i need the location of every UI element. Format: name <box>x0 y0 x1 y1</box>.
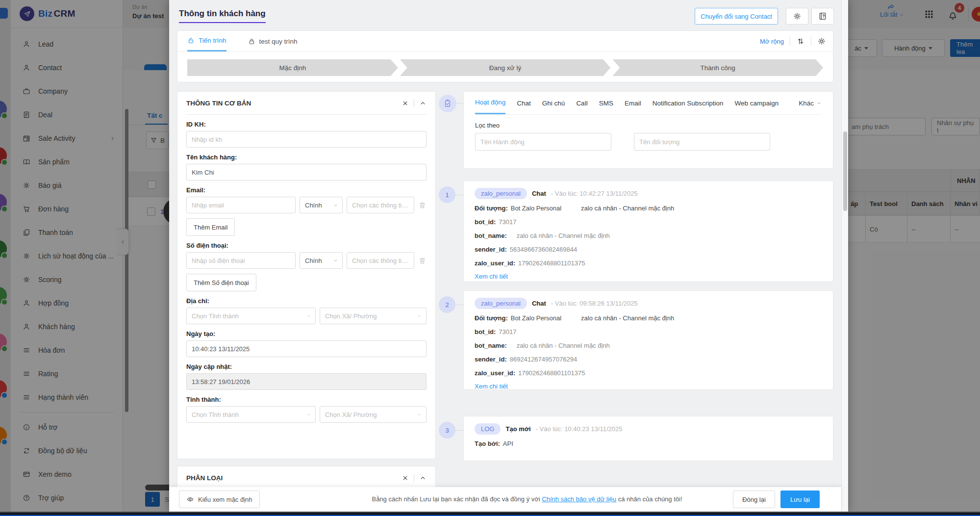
activity-tabs: Hoạt độngChatGhi chúCallSMSEmailNotifica… <box>475 92 822 115</box>
filter-input[interactable] <box>475 133 611 151</box>
timeline-type: Chat <box>532 300 546 307</box>
add-phone-button[interactable]: Thêm Số điện thoại <box>186 274 256 291</box>
classification-title: PHÂN LOẠI <box>186 474 402 482</box>
tab-test-quy-trinh[interactable]: test quy trình <box>248 31 298 52</box>
timeline-number: 1 <box>439 186 455 203</box>
convert-to-contact-button[interactable]: Chuyển đổi sang Contact <box>695 8 778 25</box>
field-label: bot_name: <box>475 342 507 349</box>
timeline-connector <box>455 430 463 431</box>
field-label: sender_id: <box>475 356 507 363</box>
expand-link[interactable]: Mở rộng <box>760 38 784 45</box>
tab-tien-trinh[interactable]: Tiến trình <box>187 31 226 52</box>
email-type-select[interactable]: Chính <box>300 197 343 213</box>
timeline-badge: LOG <box>475 423 501 435</box>
filter-input[interactable] <box>634 133 770 151</box>
clipboard-icon <box>443 99 452 108</box>
created-label: Ngày tạo: <box>186 330 427 337</box>
process-stage[interactable]: Mặc định <box>187 59 398 76</box>
field-value: 1790262468801101375 <box>518 259 585 267</box>
timeline-type: Tạo mới <box>505 425 530 433</box>
activity-tab-ghi-ch-[interactable]: Ghi chú <box>542 92 565 114</box>
activity-card: Hoạt độngChatGhi chúCallSMSEmailNotifica… <box>463 91 833 169</box>
modal-scrollbar[interactable] <box>841 0 848 512</box>
caret-down-icon <box>417 412 422 417</box>
email-input[interactable] <box>186 197 296 213</box>
swap-stages-icon[interactable] <box>796 37 805 46</box>
process-stage[interactable]: Thành công <box>612 59 823 76</box>
collapse-section-icon[interactable] <box>419 474 427 482</box>
activity-tab-web-campaign[interactable]: Web campaign <box>735 92 779 114</box>
created-input[interactable] <box>186 340 427 357</box>
activity-tab-notification-subscription[interactable]: Notification Subscription <box>653 92 724 114</box>
name-input[interactable] <box>186 164 427 181</box>
collapse-section-icon[interactable] <box>419 100 427 107</box>
activity-tab-chat[interactable]: Chat <box>517 92 531 114</box>
timeline-number: 2 <box>439 296 455 313</box>
phone-type-select[interactable]: Chính <box>300 252 343 269</box>
trash-icon[interactable] <box>418 257 427 265</box>
gear-icon[interactable] <box>817 37 826 46</box>
timeline-field: bot_id:73017 <box>475 217 822 227</box>
activity-tab-email[interactable]: Email <box>625 92 641 114</box>
timeline-type: Chat <box>532 190 546 197</box>
process-tabs: Tiến trình test quy trình Mở rộng <box>177 31 833 52</box>
field-value: 8692412674957076294 <box>510 356 577 363</box>
add-email-button[interactable]: Thêm Email <box>186 218 235 236</box>
view-mode-label: Kiểu xem mặc định <box>198 496 252 503</box>
scrollbar-thumb[interactable] <box>843 131 847 211</box>
guide-button[interactable] <box>811 8 834 25</box>
activity-tab-more[interactable]: Khác <box>799 100 822 107</box>
close-button[interactable]: Đóng lại <box>733 490 775 508</box>
divider <box>414 474 414 482</box>
email-label: Email: <box>186 186 427 194</box>
province-select[interactable]: Chọn Tỉnh thành <box>186 406 316 423</box>
trash-icon[interactable] <box>418 201 427 209</box>
view-mode-button[interactable]: Kiểu xem mặc định <box>179 490 260 508</box>
lock-icon <box>248 38 255 45</box>
process-card: Tiến trình test quy trình Mở rộng Mặc đị… <box>177 30 833 82</box>
close-section-icon[interactable] <box>402 474 409 482</box>
view-detail-link[interactable]: Xem chi tiết <box>475 383 508 390</box>
updated-label: Ngày cập nhật: <box>186 363 427 370</box>
activity-tab-ho-t-ng[interactable]: Hoạt động <box>475 92 505 114</box>
address-ward-select[interactable]: Chọn Xã/ Phường <box>320 308 427 324</box>
email-info-select[interactable]: Chọn các thông tin... <box>347 197 414 213</box>
timeline-item: zalo_personalChat- Vào lúc: 10:42:27 13/… <box>463 181 833 282</box>
close-section-icon[interactable] <box>402 100 409 107</box>
activity-clipboard-icon <box>439 95 456 112</box>
timeline-connector <box>456 103 463 103</box>
settings-button[interactable] <box>786 8 808 25</box>
window-bottom-edge <box>0 512 980 516</box>
save-button[interactable]: Lưu lại <box>780 490 820 508</box>
timeline-number: 3 <box>439 422 455 439</box>
phone-input[interactable] <box>186 252 296 269</box>
field-value: 73017 <box>499 328 516 335</box>
consent-suffix: cá nhân của chúng tôi! <box>616 495 682 503</box>
phone-info-select[interactable]: Chọn các thông tin... <box>347 252 414 269</box>
ward-placeholder: Chọn Xã/ Phường <box>325 312 377 320</box>
process-stage[interactable]: Đang xử lý <box>400 59 611 76</box>
updated-input[interactable] <box>186 373 427 390</box>
view-detail-link[interactable]: Xem chi tiết <box>475 273 508 280</box>
caret-down-icon <box>306 412 311 417</box>
privacy-policy-link[interactable]: Chính sách bảo vệ dữ liệu <box>542 495 616 503</box>
consent-text: Bằng cách nhấn Lưu lại bạn xác nhận đã đ… <box>346 495 708 503</box>
email-info-placeholder: Chọn các thông tin... <box>352 202 410 209</box>
tab-label: test quy trình <box>259 38 298 45</box>
timeline-connector <box>455 195 463 195</box>
address-province-select[interactable]: Chọn Tỉnh thành <box>186 308 316 324</box>
phone-info-placeholder: Chọn các thông tin... <box>352 257 410 264</box>
field-value: zalo cá nhân - Channel mặc định <box>517 342 610 349</box>
book-question-icon <box>818 12 827 21</box>
field-extra: zalo cá nhân - Channel mặc định <box>581 205 674 212</box>
name-label: Tên khách hàng: <box>186 154 427 161</box>
field-label: bot_name: <box>475 232 507 239</box>
activity-tab-sms[interactable]: SMS <box>599 92 613 114</box>
id-input[interactable] <box>186 131 427 148</box>
timeline-badge: zalo_personal <box>475 298 527 309</box>
modal-title: Thông tin khách hàng <box>179 9 266 23</box>
phone-type-value: Chính <box>305 257 322 264</box>
ward-select[interactable]: Chọn Xã/ Phường <box>320 406 427 423</box>
activity-tab-call[interactable]: Call <box>576 92 587 114</box>
province-placeholder: Chọn Tỉnh thành <box>192 312 239 320</box>
